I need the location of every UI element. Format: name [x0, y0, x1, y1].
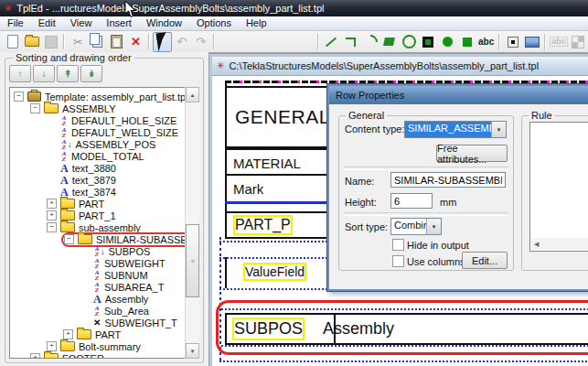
text-icon: A	[93, 295, 102, 304]
collapse-icon[interactable]: −	[47, 222, 57, 232]
tree-item-label: ASSEMBLY	[62, 103, 116, 114]
align-2-button[interactable]	[237, 32, 256, 52]
tree-item-text-3874[interactable]: Atext_3874	[10, 186, 198, 198]
tree-item-sub-area[interactable]: AZSub_Area	[10, 305, 198, 317]
copy-button[interactable]	[88, 32, 107, 52]
menu-options[interactable]: Options	[189, 16, 239, 30]
valuefield-tool-button[interactable]	[503, 32, 522, 52]
rule-horizontal-scrollbar[interactable]: ◀	[531, 238, 588, 250]
tree-item-label: text_3874	[72, 187, 116, 198]
collapse-icon[interactable]: −	[14, 92, 24, 102]
rectangle-button[interactable]	[419, 32, 438, 52]
use-columns-checkbox[interactable]	[392, 255, 404, 267]
align-1-button[interactable]	[218, 32, 237, 52]
paste-button[interactable]	[107, 32, 126, 52]
tree-item-part[interactable]: +PART	[10, 198, 198, 210]
tree-item-subpos[interactable]: AZ↓SUBPOS	[10, 245, 198, 257]
name-field[interactable]	[390, 172, 506, 188]
picture-tool-button[interactable]	[522, 32, 541, 52]
chevron-down-icon[interactable]: ▼	[491, 122, 506, 137]
move-down-button[interactable]: ↓	[33, 65, 55, 82]
text-icon: A	[60, 164, 69, 173]
subpos-field[interactable]: SUBPOS	[234, 319, 303, 339]
tree-item-model-total[interactable]: AZMODEL_TOTAL	[10, 150, 198, 162]
tree-item-text-3879[interactable]: Atext_3879	[10, 174, 198, 186]
text-tool-button[interactable]: abc	[476, 32, 496, 52]
tree-item-default-weld-size[interactable]: AZDEFAULT_WELD_SIZE	[10, 126, 198, 138]
tree-scrollbar[interactable]: ▲ ≡ ▼	[185, 87, 199, 359]
select-arrow-button[interactable]	[153, 32, 172, 52]
tree-item-subnum[interactable]: AZSUBNUM	[10, 269, 198, 281]
tree-item-template-assembly-part-list-tpl[interactable]: −Template: assembly_part_list.tpl	[10, 91, 198, 102]
row-similar-subassembly[interactable]: SUBPOS Assembly	[225, 313, 588, 345]
tree-item-footer[interactable]: +FOOTER	[10, 352, 198, 359]
cut-button[interactable]: ✂	[68, 32, 87, 52]
tree-item-subweight-t[interactable]: ✕SUBWEIGHT_T	[10, 317, 198, 328]
chevron-down-icon[interactable]: ▼	[426, 219, 441, 234]
polyline-button[interactable]	[341, 32, 360, 52]
delete-button[interactable]: ✕	[126, 32, 145, 52]
tree-item-bolt-summary[interactable]: +Bolt-summary	[10, 340, 198, 352]
tree-item-subarea-t[interactable]: AZSUBAREA_T	[10, 281, 198, 293]
title-bar[interactable]: ✳ TplEd - ...ructuresModels\SuperAssembl…	[0, 0, 588, 16]
arc-button[interactable]	[360, 32, 380, 52]
sort-type-combobox[interactable]: Combine ▼	[390, 218, 442, 235]
content-type-combobox[interactable]: SIMILAR_ASSEMBLY ▼	[404, 121, 507, 138]
edit-button[interactable]: Edit...	[462, 252, 508, 269]
move-up-button[interactable]: ↑	[9, 65, 31, 82]
align-3-button[interactable]	[257, 32, 276, 52]
menu-view[interactable]: View	[63, 16, 100, 30]
tree-item-default-hole-size[interactable]: AZDEFAULT_HOLE_SIZE	[10, 114, 198, 126]
move-to-top-button[interactable]: ↟	[57, 65, 79, 82]
new-file-button[interactable]	[3, 32, 22, 52]
toolbar-separator	[213, 34, 215, 49]
scroll-down-button[interactable]: ▼	[186, 343, 199, 359]
polygon-button[interactable]	[380, 32, 399, 52]
collapse-icon[interactable]: −	[30, 103, 40, 113]
scroll-up-button[interactable]: ▲	[186, 87, 199, 102]
move-to-bottom-button[interactable]: ↡	[80, 65, 102, 82]
tree-item-part-1[interactable]: +PART_1	[10, 210, 198, 221]
height-field[interactable]	[390, 193, 433, 209]
expand-icon[interactable]: +	[47, 341, 57, 351]
tree-item-label: SUBWEIGHT_T	[104, 318, 176, 328]
expand-icon[interactable]: +	[47, 210, 57, 221]
hide-in-output-checkbox[interactable]	[392, 239, 404, 251]
valuefield-row[interactable]: ValueField	[245, 264, 305, 279]
align-4-button[interactable]	[276, 32, 295, 52]
expand-icon[interactable]: +	[30, 353, 40, 359]
collapse-icon[interactable]: −	[64, 234, 74, 244]
tree-item-similar-subassembly[interactable]: −SIMILAR-SUBASSEMBLY	[10, 233, 198, 245]
menu-file[interactable]: File	[0, 16, 31, 30]
menu-edit[interactable]: Edit	[31, 16, 63, 30]
tree-item-subweight[interactable]: AZSUBWEIGHT	[10, 257, 198, 269]
rule-listbox[interactable]: ◀	[529, 122, 588, 252]
tree-item-assembly[interactable]: −ASSEMBLY	[10, 102, 198, 114]
filled-circle-button[interactable]	[438, 32, 457, 52]
circle-icon	[402, 35, 416, 48]
filled-rect-button[interactable]	[457, 32, 476, 52]
scroll-thumb[interactable]: ≡	[186, 224, 199, 297]
open-folder-button[interactable]	[22, 32, 41, 52]
tree-item-part[interactable]: +PART	[10, 328, 198, 340]
circle-button[interactable]	[399, 32, 418, 52]
menu-insert[interactable]: Insert	[99, 16, 139, 30]
menu-help[interactable]: Help	[239, 16, 274, 30]
valuefield-field[interactable]: ValueField	[245, 264, 305, 279]
row-mark-label: Mark	[233, 181, 263, 197]
free-attributes-button[interactable]: Free attributes...	[436, 145, 508, 162]
dialog-title-bar[interactable]: Row Properties	[329, 86, 588, 104]
menu-window[interactable]: Window	[139, 16, 189, 30]
align-5-button[interactable]	[295, 32, 315, 52]
app-icon: ✳	[4, 4, 12, 14]
tree-item-assembly-pos[interactable]: AZ↓ASSEMBLY_POS	[10, 138, 198, 150]
tree-item-assembly[interactable]: AAssembly	[10, 293, 198, 305]
tree-item-text-3880[interactable]: Atext_3880	[10, 162, 198, 174]
sort-type-label: Sort type:	[345, 221, 388, 232]
document-title-bar[interactable]: ✳ C:\TeklaStructuresModels\SuperAssembly…	[212, 57, 588, 76]
expand-icon[interactable]: +	[63, 329, 73, 339]
line-button[interactable]	[322, 32, 341, 52]
scroll-left-icon[interactable]: ◀	[534, 241, 539, 248]
row-part-field[interactable]: PART_P	[235, 217, 291, 233]
expand-icon[interactable]: +	[47, 199, 57, 209]
